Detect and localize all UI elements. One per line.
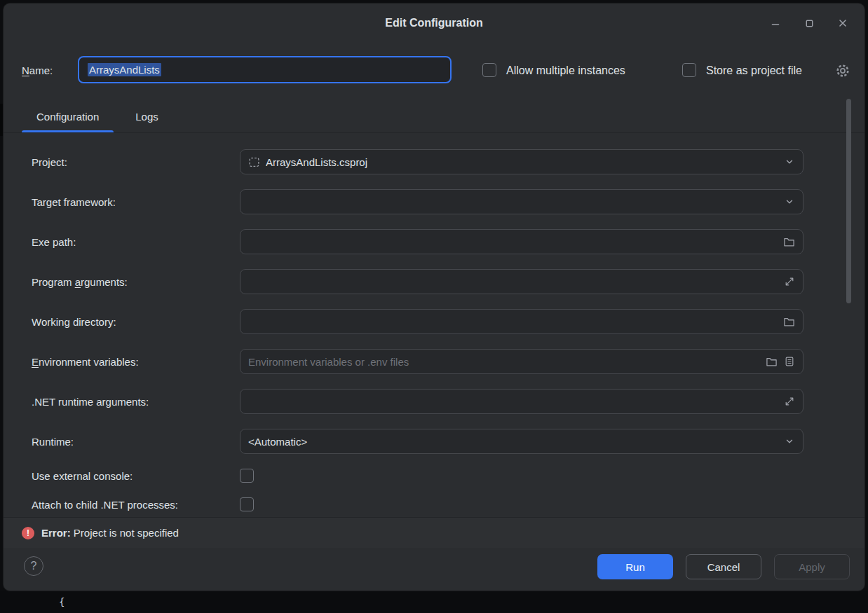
working-directory-field <box>240 309 803 334</box>
allow-multiple-instances-checkbox[interactable] <box>482 63 496 77</box>
minimize-icon <box>770 18 782 29</box>
target-framework-row: Target framework: <box>32 189 803 214</box>
folder-icon[interactable] <box>766 356 778 368</box>
name-value-selected-text: ArraysAndLists <box>88 63 161 76</box>
working-directory-row: Working directory: <box>32 309 803 334</box>
exe-path-field <box>240 229 803 254</box>
exe-path-row: Exe path: <box>32 229 803 254</box>
error-detail: Project is not specified <box>74 527 179 539</box>
apply-button: Apply <box>774 554 850 579</box>
env-file-list-icon[interactable] <box>783 356 795 368</box>
dialog-title: Edit Configuration <box>4 4 864 43</box>
gear-icon[interactable] <box>835 63 850 78</box>
folder-icon[interactable] <box>783 316 795 328</box>
program-arguments-input[interactable] <box>248 276 778 288</box>
working-directory-input[interactable] <box>248 316 778 328</box>
program-arguments-label: Program arguments: <box>32 276 240 288</box>
chevron-down-icon <box>783 436 795 448</box>
help-button[interactable]: ? <box>24 556 43 576</box>
attach-child-processes-label: Attach to child .NET processes: <box>32 499 240 511</box>
screen: { Edit Configuration <box>0 0 868 613</box>
ide-background: { <box>0 591 868 613</box>
run-button[interactable]: Run <box>597 554 673 579</box>
attach-child-processes-checkbox[interactable] <box>240 497 254 511</box>
runtime-select[interactable]: <Automatic> <box>240 429 803 454</box>
runtime-arguments-field <box>240 389 803 414</box>
folder-icon[interactable] <box>783 236 795 248</box>
program-arguments-field <box>240 269 803 294</box>
attach-child-processes-row: Attach to child .NET processes: <box>32 495 254 514</box>
background-code-fragment: { <box>59 596 65 607</box>
error-prefix: Error: <box>41 527 71 539</box>
program-arguments-row: Program arguments: <box>32 269 803 294</box>
name-label: Name: <box>22 57 53 85</box>
cancel-button[interactable]: Cancel <box>686 554 761 579</box>
use-external-console-checkbox[interactable] <box>240 469 254 483</box>
runtime-label: Runtime: <box>32 436 240 448</box>
runtime-arguments-label: .NET runtime arguments: <box>32 396 240 408</box>
expand-icon[interactable] <box>783 276 795 288</box>
error-message: Error: Project is not specified <box>41 527 179 539</box>
chevron-down-icon <box>783 156 795 168</box>
name-input[interactable]: ArraysAndLists <box>78 56 452 83</box>
environment-variables-label: Environment variables: <box>32 356 240 368</box>
environment-variables-row: Environment variables: <box>32 349 803 374</box>
project-value: ArraysAndLists.csproj <box>266 156 778 168</box>
use-external-console-label: Use external console: <box>32 470 240 482</box>
working-directory-label: Working directory: <box>32 316 240 328</box>
project-label: Project: <box>32 156 240 168</box>
error-icon: ! <box>22 527 34 539</box>
error-strip: ! Error: Project is not specified <box>4 517 864 548</box>
minimize-button[interactable] <box>764 11 787 35</box>
use-external-console-row: Use external console: <box>32 466 254 485</box>
maximize-icon <box>803 18 815 29</box>
store-as-project-file-label[interactable]: Store as project file <box>706 57 802 85</box>
tab-configuration[interactable]: Configuration <box>22 102 114 132</box>
expand-icon[interactable] <box>783 396 795 408</box>
project-row: Project: ArraysAndLists.csproj <box>32 149 803 174</box>
close-icon <box>837 18 849 29</box>
allow-multiple-instances-label[interactable]: Allow multiple instances <box>506 57 625 85</box>
maximize-button[interactable] <box>797 11 821 35</box>
content-separator <box>4 132 864 133</box>
runtime-value: <Automatic> <box>248 436 778 448</box>
tab-logs[interactable]: Logs <box>121 102 173 132</box>
store-as-project-file-checkbox[interactable] <box>682 63 696 77</box>
edit-configuration-dialog: Edit Configuration <box>3 3 865 591</box>
title-bar[interactable]: Edit Configuration <box>4 4 864 43</box>
runtime-arguments-row: .NET runtime arguments: <box>32 389 803 414</box>
project-select[interactable]: ArraysAndLists.csproj <box>240 149 803 174</box>
environment-variables-field <box>240 349 803 374</box>
runtime-arguments-input[interactable] <box>248 396 778 408</box>
close-button[interactable] <box>831 11 855 35</box>
scrollbar[interactable] <box>846 99 851 303</box>
target-framework-select[interactable] <box>240 189 803 214</box>
exe-path-label: Exe path: <box>32 236 240 248</box>
help-icon: ? <box>31 560 37 572</box>
environment-variables-input[interactable] <box>248 356 760 368</box>
window-controls <box>764 11 855 35</box>
runtime-row: Runtime: <Automatic> <box>32 429 803 454</box>
chevron-down-icon <box>783 196 795 208</box>
target-framework-label: Target framework: <box>32 196 240 208</box>
project-icon <box>248 156 260 168</box>
tab-bar: Configuration Logs <box>22 102 173 132</box>
exe-path-input[interactable] <box>248 236 778 248</box>
